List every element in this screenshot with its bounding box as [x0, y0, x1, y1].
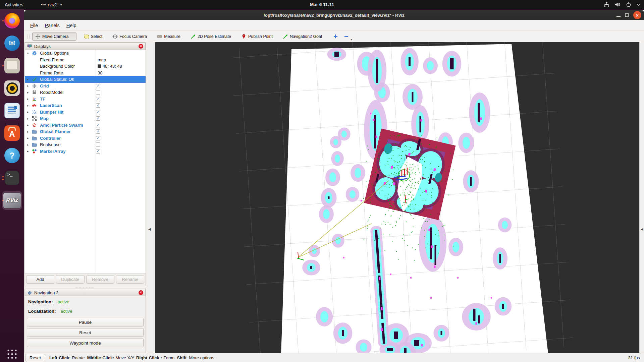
collapse-right-icon[interactable]: ◀	[641, 227, 643, 231]
arrow-right-icon[interactable]: ▸	[27, 136, 31, 140]
tool-move-camera[interactable]: Move Camera	[32, 33, 76, 41]
menu-panels[interactable]: Panels	[41, 23, 63, 28]
add-tool-button[interactable]	[331, 33, 340, 41]
grid-row[interactable]: ▸Grid	[25, 83, 146, 89]
arrow-right-icon[interactable]: ▸	[27, 110, 31, 114]
panel-splitter[interactable]: ◀	[146, 42, 155, 353]
markerarray-row[interactable]: ▸MarkerArray	[25, 148, 146, 155]
fixed-frame-row[interactable]: Fixed Framemap	[25, 57, 146, 63]
realsense-row[interactable]: ▸Realsense	[25, 141, 146, 148]
menu-help[interactable]: Help	[63, 23, 80, 28]
tool-focus-camera[interactable]: Focus Camera	[110, 33, 150, 40]
bumper-hit-checkbox[interactable]	[96, 110, 100, 114]
global-status-ok-row[interactable]: ▸Global Status: Ok	[25, 76, 146, 83]
frame-rate-row[interactable]: Frame Rate30	[25, 70, 146, 76]
dock-item-terminal[interactable]	[2, 169, 22, 187]
tf-checkbox[interactable]	[96, 97, 100, 101]
arrow-right-icon[interactable]: ▸	[27, 130, 31, 133]
arrow-right-icon[interactable]: ▸	[27, 104, 31, 107]
toolbar-grip[interactable]: ⋮⋮⋮⋮	[25, 35, 31, 39]
dock-item-files[interactable]	[2, 56, 22, 75]
power-icon[interactable]	[626, 2, 631, 7]
displays-panel-header[interactable]: Displays ✕	[25, 43, 146, 50]
activities-button[interactable]: Activities	[0, 0, 28, 9]
controller-row[interactable]: ▸Controller	[25, 135, 146, 142]
collapse-left-icon[interactable]: ◀	[148, 227, 151, 231]
amcl-particle-swarm-checkbox[interactable]	[96, 123, 100, 127]
dock-item-thunderbird[interactable]	[2, 34, 22, 53]
bumper-hit-row[interactable]: ▸Bumper Hit	[25, 109, 146, 116]
add-button[interactable]: Add	[26, 275, 54, 284]
tf-row[interactable]: ▸TF	[25, 96, 146, 103]
reset-button[interactable]: Reset	[25, 354, 45, 361]
menu-file[interactable]: File	[27, 23, 41, 28]
network-icon[interactable]	[604, 2, 609, 7]
dock-item-rhythmbox[interactable]	[2, 79, 22, 98]
app-menu-button[interactable]: RViz rviz2 ▼	[37, 2, 66, 7]
robotmodel-checkbox[interactable]	[96, 90, 100, 95]
volume-icon[interactable]	[615, 2, 621, 7]
show-apps-button[interactable]	[8, 350, 17, 359]
3d-viewport[interactable]	[155, 42, 639, 353]
system-tray[interactable]	[604, 0, 641, 9]
remove-button[interactable]: Remove	[86, 275, 114, 284]
clock[interactable]: Mar 6 11:11	[0, 2, 644, 7]
arrow-right-icon[interactable]: ▸	[27, 149, 31, 153]
running-indicator	[2, 65, 4, 66]
fixed-frame-value[interactable]: map	[98, 57, 106, 62]
close-button[interactable]: ×	[633, 11, 641, 19]
arrow-right-icon[interactable]: ▸	[27, 84, 31, 87]
duplicate-button[interactable]: Duplicate	[56, 275, 84, 284]
maximize-button[interactable]	[625, 13, 629, 17]
pause-button[interactable]: Pause	[27, 318, 144, 326]
arrow-right-icon[interactable]: ▸	[27, 97, 31, 101]
nav2-close-icon[interactable]: ✕	[139, 290, 143, 295]
caret-down-icon[interactable]	[637, 3, 641, 6]
dock-item-ubuntu-software[interactable]	[2, 124, 22, 142]
displays-close-icon[interactable]: ✕	[139, 44, 143, 49]
nav2-panel-header[interactable]: Navigation 2 ✕	[25, 289, 146, 296]
global-planner-checkbox[interactable]	[96, 129, 100, 134]
laserscan-row[interactable]: ▸LaserScan	[25, 102, 146, 109]
tool-label: Focus Camera	[119, 34, 147, 39]
dock-item-firefox[interactable]	[2, 11, 22, 30]
arrow-right-icon[interactable]: ▸	[27, 78, 31, 81]
arrow-right-icon[interactable]: ▸	[27, 143, 31, 146]
global-options-row[interactable]: ▾Global Options	[25, 50, 146, 57]
map-row[interactable]: ▸Map	[25, 115, 146, 122]
dock-item-help[interactable]	[2, 146, 22, 165]
arrow-down-icon[interactable]: ▾	[27, 52, 31, 55]
dock-item-rviz[interactable]	[2, 191, 22, 210]
controller-checkbox[interactable]	[96, 136, 100, 140]
running-indicator	[2, 20, 4, 21]
arrow-right-icon[interactable]: ▸	[27, 117, 31, 120]
robotmodel-row[interactable]: ▸RobotModel	[25, 89, 146, 96]
waypoint-mode-button[interactable]: Waypoint mode	[27, 339, 144, 347]
markerarray-checkbox[interactable]	[96, 149, 100, 154]
panel-resize-handle[interactable]: · · · · · ·	[24, 287, 146, 288]
grid-checkbox[interactable]	[96, 84, 100, 88]
remove-tool-button[interactable]: ▾	[342, 33, 351, 41]
titlebar[interactable]: /opt/ros/foxy/share/nav2_bringup/rviz/na…	[24, 10, 644, 20]
reset-button[interactable]: Reset	[27, 328, 144, 337]
status-value: active	[58, 299, 69, 304]
map-checkbox[interactable]	[96, 116, 100, 121]
arrow-right-icon[interactable]: ▸	[27, 91, 31, 94]
frame-rate-value[interactable]: 30	[98, 70, 102, 75]
tool-navigation2-goal[interactable]: Navigation2 Goal	[280, 33, 325, 40]
amcl-particle-swarm-row[interactable]: ▸Amcl Particle Swarm	[25, 122, 146, 129]
minimize-button[interactable]	[616, 16, 621, 17]
background-color-value[interactable]: 48; 48; 48	[98, 64, 122, 69]
arrow-right-icon[interactable]: ▸	[27, 123, 31, 127]
tool-measure[interactable]: Measure	[154, 33, 183, 40]
tool-select[interactable]: Select	[81, 33, 105, 40]
realsense-checkbox[interactable]	[96, 142, 100, 147]
tool-2d-pose-estimate[interactable]: 2D Pose Estimate	[188, 33, 234, 40]
dock-item-libreoffice-writer[interactable]	[2, 101, 22, 120]
tool-publish-point[interactable]: Publish Point	[238, 33, 275, 40]
background-color-row[interactable]: Background Color48; 48; 48	[25, 63, 146, 70]
right-panel-collapsed[interactable]: ◀	[639, 42, 644, 353]
global-planner-row[interactable]: ▸Global Planner	[25, 128, 146, 135]
laserscan-checkbox[interactable]	[96, 103, 100, 108]
rename-button[interactable]: Rename	[116, 275, 144, 284]
